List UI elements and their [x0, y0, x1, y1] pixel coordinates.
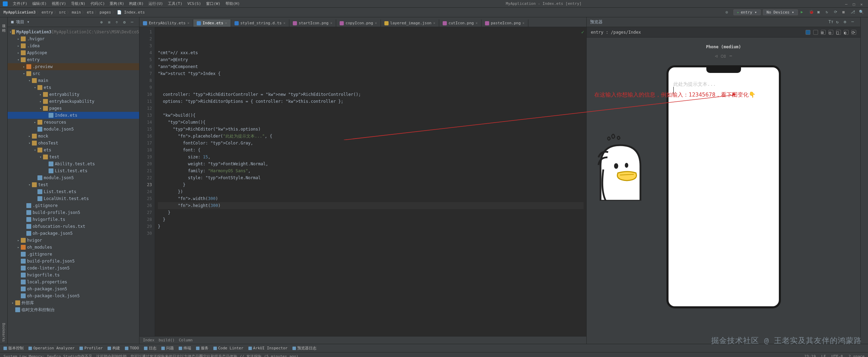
tree-item[interactable]: local.properties — [8, 279, 139, 285]
menu-item[interactable]: 帮助(H) — [223, 0, 242, 8]
run-config-dropdown[interactable]: ▸entry ▾ — [733, 9, 761, 15]
line-ending[interactable]: LF — [821, 354, 826, 357]
editor-breadcrumb-item[interactable]: Index — [143, 338, 154, 342]
tree-item[interactable]: List.test.ets — [8, 188, 139, 195]
tree-item[interactable]: ▾main — [8, 77, 139, 84]
editor-tab[interactable]: layered_image.json× — [381, 19, 439, 27]
menu-item[interactable]: 编辑(E) — [30, 0, 49, 8]
richeditor-placeholder[interactable]: 此处为提示文本... — [673, 81, 716, 88]
tree-item[interactable]: LocalUnit.test.ets — [8, 195, 139, 202]
tree-item[interactable]: ▾test — [8, 181, 139, 188]
minimize-icon[interactable]: ─ — [845, 2, 849, 6]
stop-icon[interactable]: ■ — [842, 10, 848, 15]
tree-item[interactable]: .gitignore — [8, 202, 139, 209]
menu-item[interactable]: 文件(F) — [10, 0, 30, 8]
tree-item[interactable]: ▾ets — [8, 147, 139, 153]
bottom-tool-item[interactable]: 日志 — [144, 346, 156, 351]
hide-icon[interactable]: ─ — [131, 20, 136, 25]
tree-item[interactable]: ▸mock — [8, 133, 139, 140]
menu-item[interactable]: 代码(C) — [88, 0, 108, 8]
tree-item[interactable]: ▾entry — [8, 56, 139, 63]
menu-item[interactable]: 视图(V) — [49, 0, 69, 8]
tree-item[interactable]: ▸entryability — [8, 91, 139, 98]
editor-tab[interactable]: Index.ets× — [193, 19, 231, 27]
bottom-tool-item[interactable]: 问题 — [161, 346, 174, 351]
breadcrumb-item[interactable]: main — [72, 10, 81, 15]
expand-icon[interactable]: ÷ — [116, 20, 120, 25]
tree-root[interactable]: ▾MyApplication3 [MyApplication] C:\Users… — [8, 28, 139, 35]
tree-item[interactable]: module.json5 — [8, 174, 139, 181]
tree-item[interactable]: .gitignore — [8, 251, 139, 258]
target-icon[interactable]: ◎ — [726, 10, 731, 15]
bottom-tool-item[interactable]: 版本控制 — [3, 346, 24, 351]
tree-item[interactable]: ▸.preview — [8, 63, 139, 70]
tree-item[interactable]: code-linter.json5 — [8, 265, 139, 272]
tree-item[interactable]: hvigorfile.ts — [8, 216, 139, 223]
refresh-icon[interactable]: ↻ — [836, 19, 842, 25]
dev-more-icon[interactable]: ⋯ — [730, 53, 732, 58]
dev-rotate-icon[interactable]: ▢▯ — [721, 53, 726, 58]
tree-item[interactable]: oh-package-lock.json5 — [8, 292, 139, 299]
tree-item[interactable]: ▾test — [8, 153, 139, 160]
tree-item[interactable]: 临时文件和控制台 — [8, 306, 139, 313]
font-tt-icon[interactable]: Tт — [828, 19, 834, 25]
indent-info[interactable]: 2 space — [849, 354, 865, 357]
menu-item[interactable]: 重构(R) — [107, 0, 127, 8]
breadcrumb-item[interactable]: src — [59, 10, 66, 15]
maximize-icon[interactable]: □ — [853, 2, 856, 6]
breadcrumb-item[interactable]: 📄 Index.ets — [117, 10, 145, 15]
bottom-tool-item[interactable]: Operation Analyzer — [28, 346, 75, 350]
tree-item[interactable]: ▾ohosTest — [8, 140, 139, 147]
close-icon[interactable]: ✕ — [860, 2, 864, 6]
menu-item[interactable]: 窗口(W) — [204, 0, 223, 8]
preview-opt2-icon[interactable] — [813, 30, 818, 35]
breadcrumb-item[interactable]: entry — [42, 10, 53, 15]
tree-item[interactable]: ▸.hvigor — [8, 35, 139, 42]
devices-dropdown[interactable]: No Devices ▾ — [763, 9, 798, 15]
preview-opt7-icon[interactable]: ⟳ — [851, 30, 856, 35]
tree-item[interactable]: List.test.ets — [8, 167, 139, 174]
editor-tab[interactable]: pasteIcon.png× — [482, 19, 528, 27]
editor-breadcrumb[interactable]: Indexbuild()Column — [139, 336, 586, 344]
tree-item[interactable]: ▸外部库 — [8, 299, 139, 306]
locate-icon[interactable]: ⊕ — [100, 20, 105, 25]
bottom-tool-item[interactable]: 构建 — [108, 346, 120, 351]
menu-item[interactable]: VCS(S) — [185, 0, 204, 8]
bottom-tool-item[interactable]: 预览器日志 — [292, 346, 316, 351]
editor-tab[interactable]: startIcon.png× — [289, 19, 336, 27]
menu-item[interactable]: 运行(U) — [146, 0, 165, 8]
editor-tab[interactable]: styled_string.d.ts× — [231, 19, 289, 27]
menu-item[interactable]: 工具(T) — [165, 0, 185, 8]
editor-breadcrumb-item[interactable]: Column — [179, 338, 193, 342]
tree-item[interactable]: oh-package.json5 — [8, 230, 139, 237]
tree-item[interactable]: Index.ets — [8, 112, 139, 119]
debug-icon[interactable]: 🐞 — [809, 10, 815, 15]
tree-item[interactable]: ▸resources — [8, 119, 139, 126]
dev-prev-icon[interactable]: ◁ — [715, 53, 717, 58]
bottom-tool-item[interactable]: TODO — [125, 346, 139, 350]
profiler-icon[interactable]: ⟳ — [834, 10, 840, 15]
bottom-tool-item[interactable]: Code Linter — [213, 346, 244, 350]
editor-tab[interactable]: EntryAbility.ets× — [139, 19, 193, 27]
preview-opt5-icon[interactable]: □ — [836, 30, 841, 35]
tree-item[interactable]: build-profile.json5 — [8, 258, 139, 265]
editor-breadcrumb-item[interactable]: build() — [159, 338, 175, 342]
bottom-tool-item[interactable]: 终端 — [179, 346, 191, 351]
breadcrumb-item[interactable]: ets — [87, 10, 94, 15]
bottom-tool-item[interactable]: 服务 — [196, 346, 209, 351]
minimize-panel-icon[interactable]: ─ — [851, 19, 857, 25]
preview-opt1-icon[interactable] — [806, 30, 810, 35]
tree-item[interactable]: ▸.idea — [8, 42, 139, 49]
run-icon[interactable]: ▶ — [801, 10, 806, 15]
search-icon[interactable]: 🔍 — [859, 10, 865, 15]
tree-item[interactable]: oh-package.json5 — [8, 285, 139, 292]
tree-item[interactable]: ▸AppScope — [8, 49, 139, 56]
tree-item[interactable]: build-profile.json5 — [8, 209, 139, 216]
tree-item[interactable]: hvigorfile.ts — [8, 272, 139, 279]
settings-icon[interactable]: ⚙ — [844, 19, 849, 25]
attach-icon[interactable]: ↻ — [826, 10, 831, 15]
tree-item[interactable]: ▸hvigor — [8, 237, 139, 244]
preview-opt3-icon[interactable]: ⊞ — [821, 30, 826, 35]
preview-opt4-icon[interactable]: ◎ — [828, 30, 833, 35]
bottom-tool-item[interactable]: ArkUI Inspector — [248, 346, 288, 350]
